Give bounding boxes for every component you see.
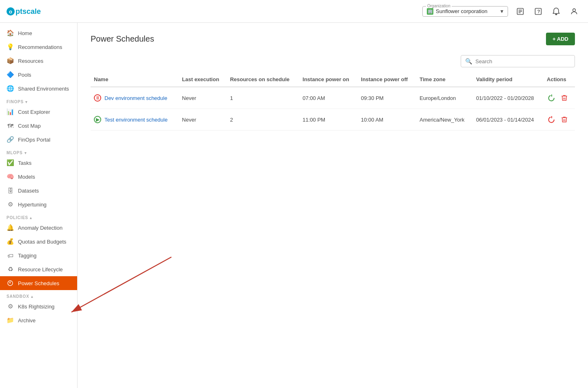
table-header-row: Name Last execution Resources on schedul… (91, 72, 575, 87)
cell-power-off-1: 10:00 AM (358, 109, 417, 131)
col-validity: Validity period (473, 72, 544, 87)
page-header: Power Schedules + ADD (91, 33, 575, 45)
sidebar-item-pools[interactable]: 🔷 Pools (0, 68, 77, 82)
svg-text:ptscale: ptscale (16, 7, 41, 16)
table-row: ⏸ Dev environment schedule Never 1 07:00… (91, 87, 575, 109)
shared-env-icon: 🌐 (7, 85, 14, 92)
col-last-execution: Last execution (179, 72, 227, 87)
sidebar-label-hypertuning: Hypertuning (18, 202, 47, 208)
table-row: ▶ Test environment schedule Never 2 11:0… (91, 109, 575, 131)
add-button[interactable]: + ADD (546, 33, 575, 45)
sidebar-label-models: Models (18, 174, 35, 180)
sidebar-label-recommendations: Recommendations (18, 44, 62, 50)
sidebar-label-power-schedules: Power Schedules (18, 280, 59, 286)
chevron-down-icon: ▼ (499, 9, 504, 14)
docs-icon[interactable] (513, 4, 528, 19)
sidebar-item-resources[interactable]: 📦 Resources (0, 54, 77, 68)
sidebar-item-cost-map[interactable]: 🗺 Cost Map (0, 119, 77, 133)
main-content: Power Schedules + ADD 🔍 Name Last execut… (78, 23, 588, 388)
sidebar-label-anomaly-detection: Anomaly Detection (18, 225, 62, 231)
topbar-icons: ? (513, 4, 581, 19)
help-icon[interactable]: ? (531, 4, 546, 19)
k8s-icon: ⚙ (7, 303, 14, 310)
sidebar-item-quotas-budgets[interactable]: 💰 Quotas and Budgets (0, 235, 77, 248)
sidebar-item-datasets[interactable]: 🗄 Datasets (0, 184, 77, 197)
sidebar-item-shared-environments[interactable]: 🌐 Shared Environments (0, 82, 77, 95)
status-icon-0: ⏸ (94, 94, 101, 102)
page-title: Power Schedules (91, 34, 154, 44)
schedule-table: Name Last execution Resources on schedul… (91, 72, 575, 131)
power-toggle-1[interactable] (547, 115, 557, 124)
sidebar-label-tagging: Tagging (18, 253, 37, 259)
sidebar-label-tasks: Tasks (18, 160, 31, 166)
cost-explorer-icon: 📊 (7, 108, 14, 115)
delete-btn-0[interactable] (560, 93, 569, 102)
sidebar-item-tasks[interactable]: ✅ Tasks (0, 156, 77, 170)
mlops-section: MLOPS ▾ (0, 146, 77, 156)
cell-name-0: ⏸ Dev environment schedule (91, 87, 179, 109)
sidebar-label-resources: Resources (18, 58, 43, 64)
col-resources: Resources on schedule (227, 72, 300, 87)
org-name: Sunflower corporation (436, 8, 487, 14)
hypertuning-icon: ⚙ (7, 201, 14, 208)
pools-icon: 🔷 (7, 71, 14, 78)
col-power-off: Instance power off (358, 72, 417, 87)
sidebar-item-tagging[interactable]: 🏷 Tagging (0, 248, 77, 262)
cell-last-exec-0: Never (179, 87, 227, 109)
datasets-icon: 🗄 (7, 187, 14, 194)
org-icon: 🏢 (427, 8, 433, 15)
power-toggle-0[interactable] (547, 93, 557, 103)
sidebar-item-finops-portal[interactable]: 🔗 FinOps Portal (0, 133, 77, 146)
col-timezone: Time zone (416, 72, 473, 87)
col-actions: Actions (544, 72, 575, 87)
delete-btn-1[interactable] (560, 115, 569, 124)
col-power-on: Instance power on (300, 72, 358, 87)
cell-validity-0: 01/10/2022 - 01/20/2028 (473, 87, 544, 109)
sidebar-label-finops-portal: FinOps Portal (18, 137, 50, 143)
sidebar-label-resource-lifecycle: Resource Lifecycle (18, 266, 63, 273)
sidebar-label-k8s-rightsizing: K8s Rightsizing (18, 304, 55, 310)
search-input[interactable] (475, 58, 570, 64)
sidebar-item-home[interactable]: 🏠 Home (0, 26, 77, 40)
status-icon-1: ▶ (94, 116, 101, 123)
org-selector[interactable]: Organization 🏢 Sunflower corporation ▼ (422, 6, 508, 17)
cell-last-exec-1: Never (179, 109, 227, 131)
sidebar-item-models[interactable]: 🧠 Models (0, 170, 77, 184)
finops-caret: ▾ (25, 100, 28, 104)
sidebar: 🏠 Home 💡 Recommendations 📦 Resources 🔷 P… (0, 23, 78, 388)
sidebar-item-recommendations[interactable]: 💡 Recommendations (0, 40, 77, 54)
tagging-icon: 🏷 (7, 252, 14, 259)
sidebar-label-quotas-budgets: Quotas and Budgets (18, 239, 67, 245)
sidebar-item-hypertuning[interactable]: ⚙ Hypertuning (0, 197, 77, 211)
sidebar-item-anomaly-detection[interactable]: 🔔 Anomaly Detection (0, 221, 77, 235)
cell-power-on-1: 11:00 PM (300, 109, 358, 131)
sidebar-item-resource-lifecycle[interactable]: ♻ Resource Lifecycle (0, 262, 77, 276)
user-icon[interactable] (567, 4, 581, 19)
cell-resources-1: 2 (227, 109, 300, 131)
home-icon: 🏠 (7, 29, 14, 37)
cell-actions-0 (544, 87, 575, 109)
power-schedules-icon (7, 279, 14, 287)
logo[interactable]: o ptscale (7, 5, 55, 18)
finops-section: FINOPS ▾ (0, 95, 77, 105)
svg-text:?: ? (537, 9, 540, 14)
notifications-icon[interactable] (549, 4, 564, 19)
sidebar-item-k8s-rightsizing[interactable]: ⚙ K8s Rightsizing (0, 299, 77, 313)
sandbox-caret: ▴ (31, 295, 33, 299)
schedule-link-1[interactable]: Test environment schedule (104, 117, 168, 123)
mlops-caret: ▾ (24, 151, 27, 155)
sidebar-label-home: Home (18, 30, 32, 36)
archive-icon: 📁 (7, 317, 14, 324)
cell-timezone-1: America/New_York (416, 109, 473, 131)
sidebar-label-cost-explorer: Cost Explorer (18, 109, 50, 115)
cell-name-1: ▶ Test environment schedule (91, 109, 179, 131)
sidebar-label-pools: Pools (18, 72, 31, 78)
sidebar-item-cost-explorer[interactable]: 📊 Cost Explorer (0, 105, 77, 119)
sidebar-item-archive[interactable]: 📁 Archive (0, 313, 77, 327)
svg-point-9 (573, 9, 576, 11)
schedule-link-0[interactable]: Dev environment schedule (104, 95, 167, 101)
sidebar-label-cost-map: Cost Map (18, 123, 41, 129)
recommendations-icon: 💡 (7, 43, 14, 51)
policies-caret: ▴ (30, 216, 32, 220)
sidebar-item-power-schedules[interactable]: Power Schedules (0, 276, 77, 290)
